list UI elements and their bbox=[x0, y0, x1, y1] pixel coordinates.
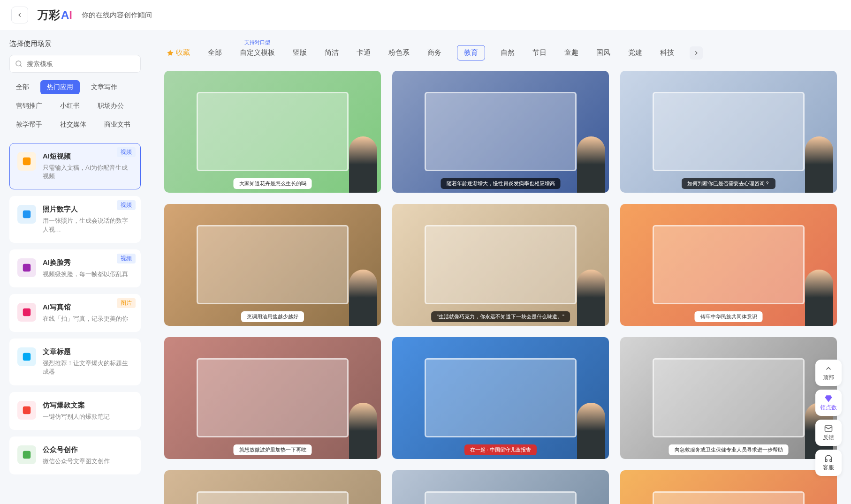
category-item-11[interactable]: 国风 bbox=[594, 44, 613, 61]
category-label: 全部 bbox=[208, 48, 222, 56]
template-card-0[interactable]: 大家知道花卉是怎么生长的吗 bbox=[164, 71, 381, 193]
tag-1[interactable]: 热门应用 bbox=[40, 80, 80, 94]
template-card-3[interactable]: 烹调用油用盐越少越好 bbox=[164, 204, 381, 326]
tag-7[interactable]: 社交媒体 bbox=[53, 118, 93, 132]
feature-card-5[interactable]: 仿写爆款文案 一键仿写别人的爆款笔记 bbox=[9, 392, 141, 430]
template-card-7[interactable]: 在一起 · 中国留守儿童报告 bbox=[392, 337, 609, 459]
template-frame bbox=[653, 225, 804, 304]
template-body: 在一起 · 中国留守儿童报告 bbox=[392, 337, 609, 459]
category-item-13[interactable]: 科技 bbox=[658, 44, 676, 61]
feature-card-3[interactable]: AI写真馆 在线「拍」写真，记录更美的你 图片 bbox=[9, 294, 141, 332]
template-card-8[interactable]: 向急救服务或卫生保健专业人员寻求进一步帮助 bbox=[620, 337, 837, 459]
feature-icon bbox=[17, 445, 36, 464]
feature-desc: 用一张照片，生成会说话的数字人视… bbox=[43, 217, 133, 233]
feature-text: 仿写爆款文案 一键仿写别人的爆款笔记 bbox=[43, 401, 133, 421]
category-item-0[interactable]: 全部 bbox=[205, 44, 224, 61]
tag-4[interactable]: 小红书 bbox=[53, 99, 86, 113]
tag-2[interactable]: 文章写作 bbox=[84, 80, 124, 94]
tag-8[interactable]: 商业文书 bbox=[98, 118, 137, 132]
template-card-5[interactable]: 铸牢中华民族共同体意识 bbox=[620, 204, 837, 326]
app-icon bbox=[22, 263, 32, 273]
feature-title: 文章标题 bbox=[43, 347, 133, 356]
category-item-1[interactable]: 支持对口型自定义模板 bbox=[237, 44, 277, 61]
avatar-figure bbox=[805, 136, 833, 193]
category-item-6[interactable]: 商务 bbox=[425, 44, 444, 61]
category-label: 节日 bbox=[532, 48, 547, 56]
template-caption: "生活就像巧克力，你永远不知道下一块会是什么味道。" bbox=[431, 311, 570, 322]
header: 万彩 AI 你的在线内容创作顾问 bbox=[0, 0, 851, 30]
gallery: 大家知道花卉是怎么生长的吗随着年龄逐渐增大，慢性胃炎发病率也相应增高如何判断你已… bbox=[164, 71, 837, 504]
back-button[interactable] bbox=[11, 7, 28, 23]
tag-5[interactable]: 职场办公 bbox=[91, 99, 130, 113]
template-card-1[interactable]: 随着年龄逐渐增大，慢性胃炎发病率也相应增高 bbox=[392, 71, 609, 193]
tag-6[interactable]: 教学帮手 bbox=[9, 118, 49, 132]
tag-3[interactable]: 营销推广 bbox=[9, 99, 49, 113]
search-input[interactable] bbox=[9, 55, 141, 73]
template-card-9[interactable] bbox=[164, 470, 381, 504]
app-icon bbox=[22, 405, 32, 415]
category-label: 商务 bbox=[427, 48, 441, 56]
search-box bbox=[9, 55, 141, 73]
category-item-2[interactable]: 竖版 bbox=[290, 44, 309, 61]
category-item-8[interactable]: 自然 bbox=[498, 44, 517, 61]
avatar-figure bbox=[349, 270, 377, 326]
category-fav-label: 收藏 bbox=[176, 48, 190, 57]
feature-title: 公众号创作 bbox=[43, 445, 133, 454]
logo-a: A bbox=[61, 8, 69, 21]
feature-icon bbox=[17, 303, 36, 322]
category-favorites[interactable]: 收藏 bbox=[164, 44, 192, 61]
tag-0[interactable]: 全部 bbox=[9, 80, 36, 94]
category-item-4[interactable]: 卡通 bbox=[354, 44, 373, 61]
logo-text: 万彩 bbox=[38, 8, 60, 23]
feature-icon bbox=[17, 152, 36, 171]
feature-card-4[interactable]: 文章标题 强烈推荐！让文章爆火的标题生成器 bbox=[9, 339, 141, 385]
feature-card-6[interactable]: 公众号创作 微信公众号文章图文创作 bbox=[9, 436, 141, 474]
category-item-12[interactable]: 党建 bbox=[626, 44, 645, 61]
logo: 万彩 AI bbox=[38, 8, 72, 23]
feature-icon bbox=[17, 401, 36, 420]
sidebar: 选择使用场景 全部热门应用文章写作营销推广小红书职场办公教学帮手社交媒体商业文书… bbox=[0, 30, 150, 504]
avatar-figure bbox=[349, 136, 377, 193]
feature-card-0[interactable]: AI短视频 只需输入文稿，AI为你配音生成视频 视频 bbox=[9, 143, 141, 189]
mail-icon bbox=[824, 424, 833, 433]
headset-icon bbox=[824, 454, 833, 463]
svg-rect-4 bbox=[23, 264, 31, 272]
category-item-7[interactable]: 教育 bbox=[457, 45, 485, 60]
app-icon bbox=[22, 450, 32, 460]
feature-desc: 微信公众号文章图文创作 bbox=[43, 457, 133, 466]
template-body: "生活就像巧克力，你永远不知道下一块会是什么味道。" bbox=[392, 204, 609, 326]
category-item-9[interactable]: 节日 bbox=[530, 44, 549, 61]
template-body: 就想放微波炉里加热一下再吃 bbox=[164, 337, 381, 459]
svg-rect-3 bbox=[23, 211, 31, 218]
template-card-10[interactable]: 台风天气该注意什么呢 bbox=[392, 470, 609, 504]
float-points-label: 领点数 bbox=[820, 404, 837, 412]
sidebar-title: 选择使用场景 bbox=[9, 39, 141, 48]
template-frame bbox=[653, 358, 804, 437]
feature-title: 仿写爆款文案 bbox=[43, 401, 133, 410]
category-item-5[interactable]: 粉色系 bbox=[386, 44, 412, 61]
category-more-button[interactable] bbox=[690, 46, 703, 60]
category-label: 党建 bbox=[628, 48, 642, 56]
float-points-button[interactable]: 领点数 bbox=[815, 390, 842, 416]
template-body: 向急救服务或卫生保健专业人员寻求进一步帮助 bbox=[620, 337, 837, 459]
float-service-button[interactable]: 客服 bbox=[815, 450, 842, 476]
feature-card-2[interactable]: AI换脸秀 视频级换脸，每一帧都以假乱真 视频 bbox=[9, 249, 141, 287]
template-card-11[interactable]: 疫情期间 bbox=[620, 470, 837, 504]
category-badge: 支持对口型 bbox=[244, 39, 270, 46]
template-card-4[interactable]: "生活就像巧克力，你永远不知道下一块会是什么味道。" bbox=[392, 204, 609, 326]
tagline: 你的在线内容创作顾问 bbox=[82, 11, 152, 20]
float-top-button[interactable]: 顶部 bbox=[815, 360, 842, 386]
category-item-10[interactable]: 童趣 bbox=[562, 44, 581, 61]
feature-icon bbox=[17, 347, 36, 366]
app-icon bbox=[22, 156, 32, 166]
svg-marker-9 bbox=[167, 50, 173, 56]
template-card-2[interactable]: 如何判断你已是否需要去心理咨询？ bbox=[620, 71, 837, 193]
feature-text: 文章标题 强烈推荐！让文章爆火的标题生成器 bbox=[43, 347, 133, 376]
template-body bbox=[164, 470, 381, 504]
float-feedback-button[interactable]: 反馈 bbox=[815, 420, 842, 446]
template-card-6[interactable]: 就想放微波炉里加热一下再吃 bbox=[164, 337, 381, 459]
feature-card-1[interactable]: 照片数字人 用一张照片，生成会说话的数字人视… 视频 bbox=[9, 196, 141, 242]
template-frame bbox=[425, 225, 576, 304]
category-item-3[interactable]: 简洁 bbox=[322, 44, 341, 61]
feature-desc: 在线「拍」写真，记录更美的你 bbox=[43, 315, 133, 323]
